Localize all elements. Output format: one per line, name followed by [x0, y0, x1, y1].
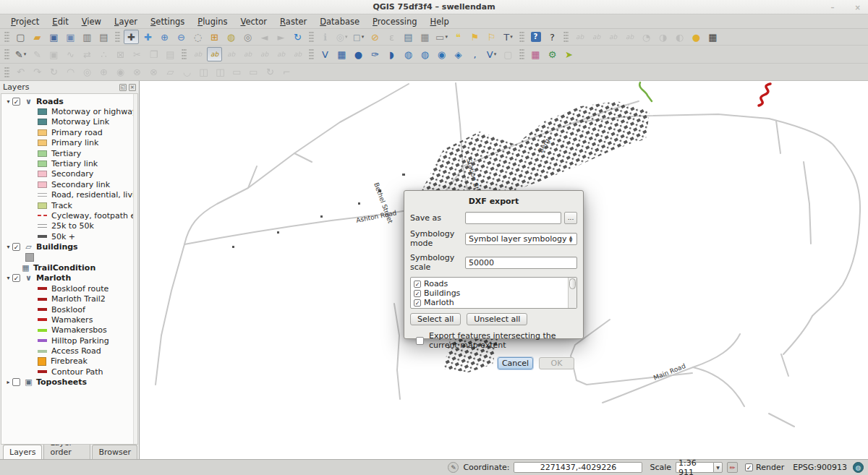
add-spatialite-layer-button[interactable]: ✑: [367, 47, 383, 61]
select-all-button[interactable]: Select all: [410, 313, 461, 325]
layer-checkbox[interactable]: ✓: [12, 98, 20, 106]
pan-to-selection-button[interactable]: ✚: [140, 30, 156, 44]
layer-item-firebreak[interactable]: Firebreak: [1, 356, 137, 367]
split-features-button[interactable]: ◫: [196, 65, 211, 80]
crs-status-icon[interactable]: ◍: [853, 462, 864, 473]
zoom-to-layer-button[interactable]: ◎: [240, 30, 255, 44]
open-project-button[interactable]: ▰: [30, 30, 45, 44]
paste-features-button[interactable]: ▤: [163, 47, 178, 61]
label-rotate-2-button[interactable]: ab: [290, 47, 305, 61]
layer-item-roads[interactable]: ▾✓∨Roads: [1, 96, 137, 106]
layer-item-primary-road[interactable]: Primary road: [1, 127, 137, 137]
cancel-button[interactable]: Cancel: [498, 357, 533, 369]
rotate-point-symbols-button[interactable]: ↻: [263, 65, 278, 80]
menu-item-project[interactable]: Project: [4, 15, 46, 28]
merge-attributes-button[interactable]: ▭: [246, 65, 261, 80]
export-layer-row-marloth[interactable]: ✓Marloth: [414, 298, 566, 307]
layer-item-trailcondition[interactable]: ▦TrailCondition: [1, 262, 137, 273]
composer-manager-button[interactable]: ▤: [96, 30, 111, 44]
layer-item-contour-path[interactable]: Contour Path: [1, 367, 137, 377]
add-raster-layer-button[interactable]: ▦: [334, 47, 349, 61]
export-layer-checkbox[interactable]: ✓: [414, 281, 421, 288]
stop-rendering-icon[interactable]: ✏: [727, 462, 738, 473]
text-annotation-button-dropdown[interactable]: ▾: [510, 34, 513, 40]
current-edits-button[interactable]: ✎▾: [13, 47, 28, 61]
node-tool-button[interactable]: ∴: [96, 47, 111, 61]
label-highlight-button[interactable]: ab: [207, 47, 222, 61]
layer-item-marloth-trail2[interactable]: Marloth Trail2: [1, 294, 137, 304]
add-ring-button[interactable]: ◎: [80, 65, 95, 80]
reshape-features-button[interactable]: ▱: [163, 65, 178, 80]
rotate-feature-button[interactable]: ↻: [46, 65, 61, 80]
offset-curve-button[interactable]: ◡: [179, 65, 195, 80]
unselect-all-button[interactable]: Unselect all: [467, 313, 527, 325]
layer-item-boskloof-route[interactable]: Boskloof route: [1, 283, 137, 294]
close-button[interactable]: ×: [855, 4, 861, 12]
panel-close-icon[interactable]: ✕: [129, 84, 136, 91]
select-by-expression-button[interactable]: ε: [384, 30, 399, 44]
panel-float-icon[interactable]: ◱: [119, 84, 127, 91]
label-move-2-button[interactable]: ab: [257, 47, 272, 61]
fill-ring-button[interactable]: ◉: [113, 65, 128, 80]
layer-item-buildings[interactable]: ▾✓▱Buildings: [1, 241, 137, 252]
layer-item-tertiary-link[interactable]: Tertiary link: [1, 158, 137, 168]
map-tile-button[interactable]: ▦: [705, 30, 720, 44]
toggle-editing-button[interactable]: ✎: [30, 47, 45, 61]
menu-item-settings[interactable]: Settings: [144, 15, 191, 28]
identify-features-button[interactable]: ℹ: [318, 30, 333, 44]
add-mssql-layer-button[interactable]: ◗: [384, 47, 399, 61]
run-feature-action-button-dropdown[interactable]: ▾: [345, 34, 348, 40]
add-oracle-layer-button[interactable]: ◍: [401, 47, 416, 61]
new-shapefile-layer-button-dropdown[interactable]: ▾: [494, 51, 497, 57]
layer-item-marloth[interactable]: ▾✓∨Marloth: [1, 273, 137, 283]
minimize-button[interactable]: –: [831, 4, 835, 12]
simplify-feature-button[interactable]: ◠: [63, 65, 78, 80]
menu-item-raster[interactable]: Raster: [273, 15, 313, 28]
menu-item-edit[interactable]: Edit: [46, 15, 75, 28]
whats-this-button[interactable]: ?: [545, 30, 560, 44]
export-layer-row-roads[interactable]: ✓Roads: [414, 279, 566, 288]
grass-tools-button[interactable]: ➤: [561, 47, 576, 61]
new-composer-button[interactable]: ▥: [80, 30, 95, 44]
label-pin-button[interactable]: ab: [572, 30, 587, 44]
deselect-all-button[interactable]: ⊘: [367, 30, 383, 44]
run-feature-action-button[interactable]: ◎▾: [334, 30, 349, 44]
export-layer-checkbox[interactable]: ✓: [414, 299, 421, 307]
ok-button[interactable]: OK: [539, 357, 574, 369]
expander-icon[interactable]: ▾: [4, 244, 12, 250]
add-wms-layer-button[interactable]: ◍: [417, 47, 433, 61]
render-checkbox[interactable]: ✓: [745, 463, 753, 471]
cut-features-button[interactable]: ✂: [129, 47, 145, 61]
labeling-button[interactable]: ab: [190, 47, 205, 61]
zoom-to-selection-button[interactable]: ◍: [224, 30, 239, 44]
layer-item-road-residential-living-street-etc[interactable]: Road, residential, living street, etc.: [1, 190, 137, 200]
layer-item-boskloof[interactable]: Boskloof: [1, 304, 137, 314]
add-vector-layer-button[interactable]: V: [318, 47, 333, 61]
coordinate-input[interactable]: 2271437,-4029226: [514, 462, 642, 473]
export-layer-row-buildings[interactable]: ✓Buildings: [414, 288, 566, 298]
save-layer-edits-button[interactable]: ▣: [46, 47, 61, 61]
split-parts-button[interactable]: ◫: [213, 65, 228, 80]
measure-button-dropdown[interactable]: ▾: [445, 34, 448, 40]
layer-item-wamakersbos[interactable]: Wamakersbos: [1, 325, 137, 335]
move-feature-button[interactable]: ⇄: [80, 47, 95, 61]
attribute-table-button[interactable]: ▤: [401, 30, 416, 44]
add-postgis-layer-button[interactable]: ●: [351, 47, 366, 61]
show-bookmarks-button[interactable]: ⚐: [484, 30, 499, 44]
label-offset-button[interactable]: ab: [273, 47, 289, 61]
select-features-button-dropdown[interactable]: ▾: [362, 34, 365, 40]
symbology-mode-select[interactable]: Symbol layer symbology ▲▼: [465, 233, 577, 245]
zoom-last-button[interactable]: ◄: [257, 30, 272, 44]
new-bookmark-button[interactable]: ⚑: [467, 30, 482, 44]
zoom-out-button[interactable]: ⊖: [174, 30, 189, 44]
label-rotate-button[interactable]: ab: [622, 30, 637, 44]
delete-selected-button[interactable]: ⊠: [113, 47, 128, 61]
epsg-status[interactable]: EPSG:900913: [793, 463, 847, 472]
redo-button[interactable]: ↷: [30, 65, 45, 80]
trim-extend-button[interactable]: ⌐: [279, 65, 294, 80]
menu-item-help[interactable]: Help: [424, 15, 456, 28]
pan-map-button[interactable]: ✚: [124, 30, 139, 44]
help-contents-button[interactable]: ?: [528, 30, 543, 44]
save-as-input[interactable]: [465, 212, 561, 224]
list-scrollbar[interactable]: [568, 278, 576, 308]
